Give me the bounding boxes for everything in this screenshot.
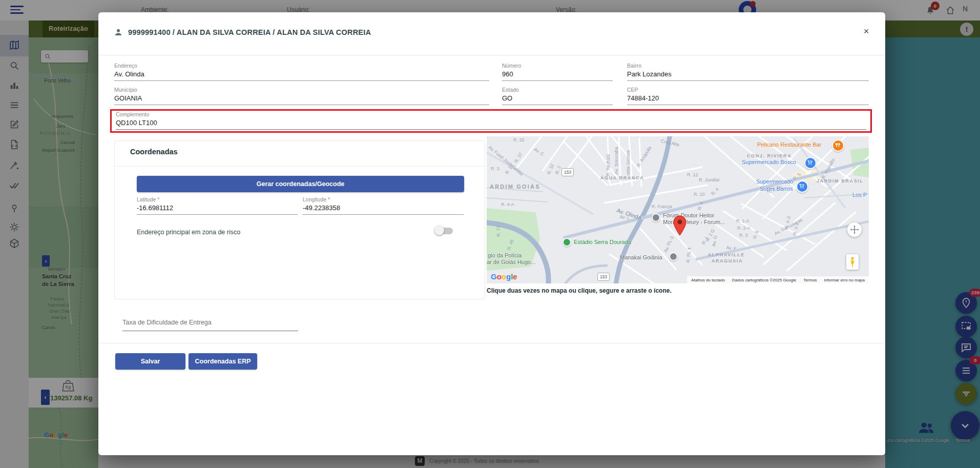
- municipio-field[interactable]: Município GOIANIA: [114, 87, 489, 105]
- bairro-label: Bairro: [627, 63, 869, 69]
- dot-poi-icon[interactable]: [669, 252, 678, 261]
- district-label: JARDIM BRASIL: [817, 178, 863, 184]
- address-edit-modal: 9999991400 / ALAN DA SILVA CORREIA / ALA…: [98, 12, 885, 455]
- street-label: onta Grossa: [625, 150, 631, 175]
- poi-label: Pelicano Restaurante Bar: [757, 141, 821, 148]
- geocode-button[interactable]: Gerar coordenadas/Geocode: [137, 176, 464, 192]
- street-label: R. Taubaté: [606, 154, 611, 176]
- dot-poi-icon[interactable]: [652, 213, 660, 222]
- street-label: R. 3: [491, 166, 499, 171]
- pegman-icon[interactable]: [846, 254, 859, 270]
- municipio-value: GOIANIA: [114, 94, 489, 105]
- cep-label: CEP: [627, 87, 869, 93]
- poi-label: Estádio Serra Dourada: [574, 239, 631, 245]
- longitude-field[interactable]: Longitude * -49.2238358: [303, 196, 464, 215]
- cart-poi-icon[interactable]: [804, 157, 817, 169]
- street-label: R. 12: [687, 172, 698, 177]
- coordenadas-heading: Coordenadas: [130, 148, 178, 156]
- person-icon: [114, 28, 123, 37]
- municipio-label: Município: [114, 87, 489, 93]
- map-attribution-item: Atalhos do teclado: [691, 278, 725, 282]
- cart-poi-icon[interactable]: [796, 180, 808, 193]
- coordenadas-erp-button[interactable]: Coordenadas ERP: [189, 353, 257, 370]
- map-caption: Clique duas vezes no mapa ou clique, seg…: [487, 287, 672, 294]
- map-attribution[interactable]: Atalhos do tecladoDados cartográficos ©2…: [687, 276, 869, 283]
- street-label: R. 32: [513, 137, 525, 143]
- footer-divider: [98, 343, 885, 343]
- estado-field[interactable]: Estado GO: [502, 87, 613, 105]
- map-canvas[interactable]: R. 32Av. Fued José SebbaR. 37Av. CR. 3R.…: [487, 136, 869, 283]
- complemento-highlight-box: Complemento QD100 LT100: [110, 109, 872, 133]
- app-viewport: Ambiente: Usuário: Versão: 0 N Roteiriza…: [0, 0, 980, 468]
- complemento-value: QD100 LT100: [116, 119, 866, 130]
- map-marker-icon[interactable]: [673, 215, 686, 236]
- complemento-label: Complemento: [116, 111, 866, 117]
- save-button[interactable]: Salvar: [115, 353, 185, 370]
- close-icon[interactable]: ×: [861, 26, 872, 37]
- district-label: ÁGUA BRANCA: [600, 175, 644, 180]
- street-label: R. França: [652, 204, 672, 209]
- map-attribution-item[interactable]: Termos: [803, 278, 817, 282]
- street-label: Av. L: [619, 214, 630, 220]
- latitude-label: Latitude *: [137, 196, 298, 202]
- map-attribution-item[interactable]: Informar erro no mapa: [824, 278, 865, 282]
- endereco-value: Av. Olinda: [114, 70, 489, 81]
- route-shield: 153: [561, 168, 574, 176]
- poi-label: Super Barros: [760, 186, 793, 192]
- cep-value: 74884-120: [627, 94, 869, 105]
- poi-label: gio da Polícia: [488, 252, 522, 258]
- poi-label: ar de Goiás Hugo...: [487, 259, 535, 265]
- street-label: R. 10: [694, 192, 705, 197]
- complemento-field[interactable]: Complemento QD100 LT100: [116, 111, 866, 130]
- street-label: R. 4-A: [501, 202, 514, 207]
- district-label: ALPHAVILLE: [708, 252, 745, 257]
- street-label: R. 77: [496, 226, 501, 237]
- map-pan-control[interactable]: [847, 222, 862, 237]
- numero-value: 960: [502, 70, 613, 81]
- latitude-field[interactable]: Latitude * -16.6981112: [137, 196, 298, 215]
- numero-field[interactable]: Número 960: [502, 63, 613, 81]
- modal-title: 9999991400 / ALAN DA SILVA CORREIA / ALA…: [128, 28, 371, 36]
- bairro-value: Park Lozandes: [627, 70, 869, 81]
- street-label: Av. Sorocaba: [614, 147, 619, 174]
- taxa-dificuldade-field[interactable]: Taxa de Dificuldade de Entrega: [122, 319, 298, 331]
- greendot-poi-icon[interactable]: [562, 238, 571, 247]
- bairro-field[interactable]: Bairro Park Lozandes: [627, 63, 869, 81]
- street-label: Av. F: [726, 245, 737, 251]
- poi-label: Manakai Goiânia: [620, 254, 662, 260]
- district-label: CONJ. RIVIERA: [747, 153, 791, 158]
- street-label: R. 3: [739, 233, 748, 238]
- street-label: R. Jundiaí: [699, 177, 720, 182]
- district-label: ARAGUAIA: [712, 258, 743, 263]
- latitude-value: -16.6981112: [137, 204, 298, 215]
- poi-label: Supermercado: [756, 178, 793, 185]
- google-logo: Google: [491, 272, 517, 281]
- coordenadas-card: Coordenadas Gerar coordenadas/Geocode La…: [114, 140, 485, 299]
- street-label: R. 2-A: [737, 226, 750, 231]
- restaurant-poi-icon[interactable]: [832, 139, 844, 152]
- poi-label: Supermercado Bosco: [742, 159, 796, 165]
- estado-label: Estado: [502, 87, 613, 93]
- risk-zone-label: Endereço principal em zona de risco: [137, 229, 240, 236]
- estado-value: GO: [502, 94, 613, 105]
- route-shield: 153: [597, 273, 610, 281]
- map-attribution-item[interactable]: Dados cartográficos ©2025 Google: [732, 278, 796, 282]
- poi-label: Los P: [852, 192, 867, 198]
- header-divider: [98, 55, 885, 55]
- numero-label: Número: [502, 63, 613, 69]
- longitude-label: Longitude *: [303, 196, 464, 202]
- longitude-value: -49.2238358: [303, 204, 464, 215]
- cep-field[interactable]: CEP 74884-120: [627, 87, 869, 105]
- risk-zone-toggle[interactable]: [434, 226, 454, 236]
- street-label: R. 1-A: [736, 218, 749, 223]
- endereco-field[interactable]: Endereço Av. Olinda: [114, 63, 489, 81]
- district-label: ARDIM GOIÁS: [490, 184, 540, 190]
- endereco-label: Endereço: [114, 63, 489, 69]
- poi-label: Moraes Fleury - Fórum...: [663, 219, 725, 225]
- poi-label: Fórum Doutor Heitor: [663, 212, 714, 218]
- coordenadas-divider: [115, 166, 485, 167]
